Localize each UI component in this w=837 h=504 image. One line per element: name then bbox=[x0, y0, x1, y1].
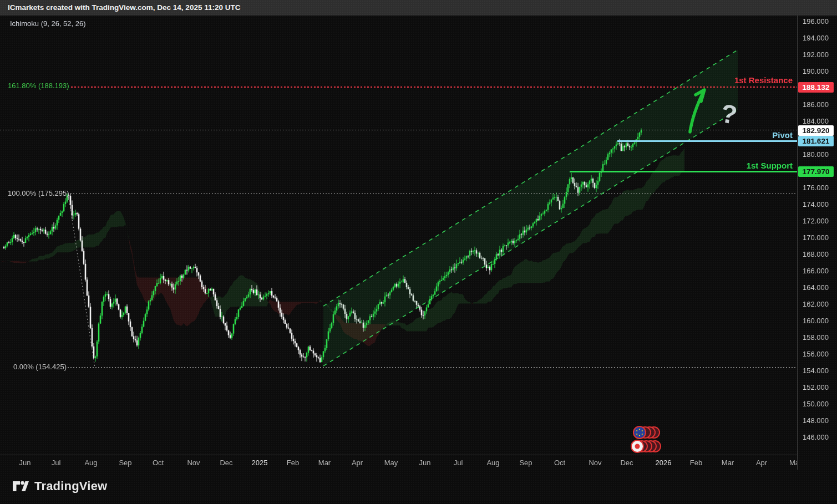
current-price-line bbox=[0, 130, 797, 130]
time-axis-label: Aug bbox=[475, 459, 511, 467]
tradingview-logo-icon bbox=[12, 478, 29, 494]
time-axis-label: Dec bbox=[609, 459, 645, 467]
price-tick-label: 160.000 bbox=[803, 317, 829, 325]
time-axis-label: Sep bbox=[108, 459, 143, 467]
time-axis-label: Mar bbox=[710, 459, 745, 467]
price-tick-label: 166.000 bbox=[803, 267, 829, 275]
price-tick-label: 164.000 bbox=[803, 283, 829, 292]
time-axis[interactable]: JunJulAugSepOctNovDec2025FebMarAprMayJun… bbox=[0, 455, 797, 470]
resistance-price-badge: 188.132 bbox=[798, 82, 834, 93]
time-axis-label: Oct bbox=[542, 459, 577, 467]
economic-event-icon-eu[interactable] bbox=[632, 425, 661, 440]
price-tick-label: 152.000 bbox=[803, 383, 829, 391]
price-tick-label: 186.000 bbox=[803, 100, 829, 109]
time-axis-label: Aug bbox=[73, 459, 109, 467]
price-tick-label: 158.000 bbox=[803, 333, 829, 342]
time-axis-label: Sep bbox=[508, 459, 544, 467]
time-axis-label: Jul bbox=[440, 459, 476, 467]
pivot-line[interactable] bbox=[617, 140, 797, 142]
price-tick-label: 156.000 bbox=[803, 350, 829, 358]
time-axis-label: 2026 bbox=[646, 459, 681, 467]
time-axis-label: Ma bbox=[777, 459, 797, 467]
fib-100-line[interactable] bbox=[68, 194, 797, 194]
price-tick-label: 190.000 bbox=[803, 67, 829, 75]
price-tick-label: 148.000 bbox=[803, 416, 829, 425]
fib-0-label: 0.00% (154.425) bbox=[8, 363, 67, 371]
price-tick-label: 170.000 bbox=[803, 233, 829, 242]
time-axis-label: Apr bbox=[339, 459, 375, 467]
price-tick-label: 172.000 bbox=[803, 217, 829, 225]
time-axis-label: Nov bbox=[176, 459, 211, 467]
price-tick-label: 194.000 bbox=[803, 34, 829, 42]
indicator-legend[interactable]: Ichimoku (9, 26, 52, 26) bbox=[10, 19, 86, 28]
fib-100-label: 100.00% (175.295) bbox=[8, 189, 67, 197]
tradingview-logo-text: TradingView bbox=[34, 479, 107, 493]
time-axis-label: Jul bbox=[38, 459, 74, 467]
economic-event-icon-jp[interactable] bbox=[630, 439, 662, 454]
time-axis-label: Dec bbox=[209, 459, 244, 467]
fib-161-label: 161.80% (188.193) bbox=[8, 82, 67, 90]
tradingview-logo[interactable]: TradingView bbox=[12, 478, 107, 494]
support-line[interactable] bbox=[570, 171, 797, 172]
price-tick-label: 196.000 bbox=[803, 17, 829, 26]
price-tick-label: 192.000 bbox=[803, 50, 829, 59]
fib-0-line[interactable] bbox=[68, 367, 797, 368]
price-tick-label: 174.000 bbox=[803, 200, 829, 208]
support-price-badge: 177.970 bbox=[798, 166, 834, 177]
price-tick-label: 146.000 bbox=[803, 433, 829, 441]
watermark-text: ICmarkets created with TradingView.com, … bbox=[8, 3, 240, 12]
price-chart-canvas[interactable] bbox=[0, 0, 837, 504]
time-axis-label: Jun bbox=[7, 459, 43, 467]
pivot-label: Pivot bbox=[772, 130, 793, 140]
price-tick-label: 154.000 bbox=[803, 366, 829, 375]
up-arrow-annotation[interactable] bbox=[682, 83, 716, 140]
time-axis-label: Mar bbox=[307, 459, 342, 467]
resistance-label: 1st Resistance bbox=[734, 75, 793, 85]
time-axis-label: Nov bbox=[577, 459, 613, 467]
price-tick-label: 176.000 bbox=[803, 184, 829, 192]
pivot-price-badge: 181.621 bbox=[798, 136, 834, 146]
time-axis-label: Apr bbox=[744, 459, 779, 467]
tradingview-chart-window: ICmarkets created with TradingView.com, … bbox=[0, 0, 837, 504]
time-axis-label: Feb bbox=[678, 459, 714, 467]
price-tick-label: 168.000 bbox=[803, 250, 829, 258]
price-tick-label: 162.000 bbox=[803, 300, 829, 308]
time-axis-label: Oct bbox=[140, 459, 176, 467]
time-axis-label: Feb bbox=[275, 459, 311, 467]
current-price-badge: 182.920 bbox=[798, 125, 834, 136]
price-tick-label: 150.000 bbox=[803, 400, 829, 408]
time-axis-label: Jun bbox=[407, 459, 443, 467]
watermark-header: ICmarkets created with TradingView.com, … bbox=[0, 0, 837, 16]
price-tick-label: 180.000 bbox=[803, 150, 829, 159]
time-axis-label: May bbox=[373, 459, 409, 467]
support-label: 1st Support bbox=[747, 161, 793, 170]
bottom-bar: TradingView bbox=[0, 470, 837, 504]
price-tick-label: 184.000 bbox=[803, 117, 829, 125]
time-axis-label: 2025 bbox=[242, 459, 277, 467]
